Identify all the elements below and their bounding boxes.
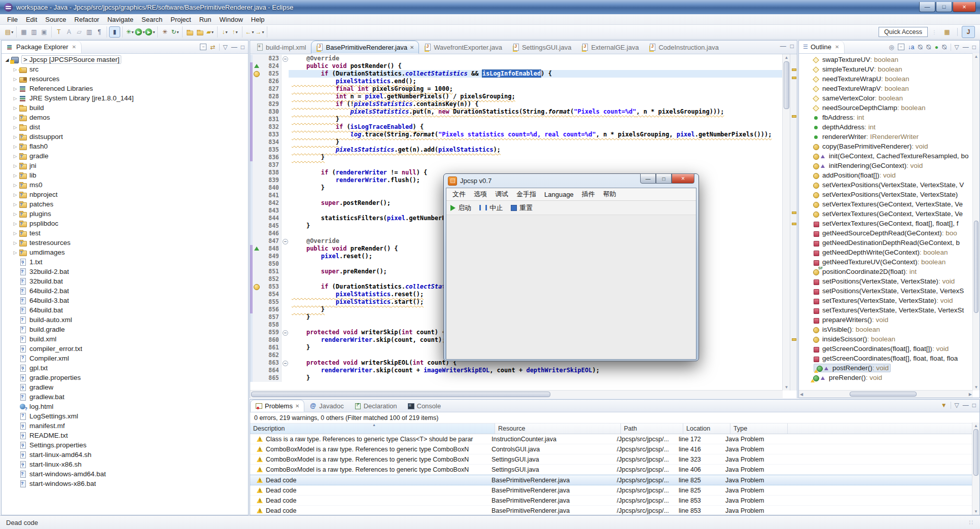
back-icon[interactable]: ←▾ bbox=[244, 27, 255, 37]
tree-item-32build-2-bat[interactable]: 32build-2.bat bbox=[2, 267, 248, 276]
quick-access-box[interactable]: Quick Access bbox=[879, 27, 928, 37]
tree-item-logsettings-xml[interactable]: LogSettings.xml bbox=[2, 411, 248, 421]
expand-arrow-icon[interactable]: ▷ bbox=[12, 173, 19, 178]
jpcsp-pause-button[interactable]: 中止 bbox=[479, 203, 503, 213]
expand-arrow-icon[interactable]: ▷ bbox=[12, 115, 19, 120]
outline-item-needtexturewrapu[interactable]: needTextureWrapU : boolean bbox=[799, 74, 979, 84]
hide-non-public-icon[interactable]: ● bbox=[935, 44, 938, 50]
tree-item-1-txt[interactable]: 1.txt bbox=[2, 257, 248, 267]
outline-item-needsourcedepthclamp[interactable]: needSourceDepthClamp : boolean bbox=[799, 103, 979, 113]
outline-item-initrendering-gecontext-[interactable]: initRendering(GeContext) : void bbox=[799, 161, 979, 170]
view-menu-icon[interactable]: ▽ bbox=[223, 44, 228, 50]
column-header-type[interactable]: Type bbox=[730, 424, 788, 434]
expand-arrow-icon[interactable]: ▷ bbox=[12, 202, 19, 207]
code-text[interactable]: if (!pixelsStatistics.containsKey(n)) { bbox=[289, 100, 783, 108]
run-icon[interactable]: ▶▾ bbox=[135, 27, 145, 37]
tree-item--jpcsp-jpcspsource-master-[interactable]: ◢> Jpcsp [JPCSPSource master] bbox=[2, 55, 248, 64]
code-text[interactable]: } bbox=[289, 116, 783, 123]
minimize-icon[interactable]: — bbox=[963, 402, 969, 408]
code-text[interactable]: if (DurationStatistics.collectStatistics… bbox=[289, 70, 783, 78]
jpcsp-minimize-button[interactable]: — bbox=[640, 173, 656, 184]
outline-item-samevertexcolor[interactable]: sameVertexColor : boolean bbox=[799, 93, 979, 103]
code-text[interactable]: pixelStatistics.end(); bbox=[289, 78, 783, 85]
code-text[interactable]: final int pixelsGrouping = 1000; bbox=[289, 85, 783, 93]
tree-item-readme-txt[interactable]: README.txt bbox=[2, 431, 248, 440]
outline-item-init-gecontext-cachedtextureresampled-bo[interactable]: init(GeContext, CachedTextureResampled, … bbox=[799, 151, 979, 161]
last-edit-icon[interactable]: ↑▾ bbox=[230, 27, 240, 37]
tree-item-plugins[interactable]: ▷plugins bbox=[2, 209, 248, 219]
open-type-icon[interactable]: T bbox=[54, 27, 64, 37]
editor-tab-baseprimitiverenderer-java[interactable]: BasePrimitiveRenderer.java✕ bbox=[311, 41, 419, 54]
tree-item-lib[interactable]: ▷lib bbox=[2, 170, 248, 180]
tree-item-64build-2-bat[interactable]: 64build-2.bat bbox=[2, 286, 248, 296]
tree-item-settings-properties[interactable]: Settings.properties bbox=[2, 440, 248, 450]
problem-row[interactable]: ComboBoxModel is a raw type. References … bbox=[250, 465, 979, 475]
tree-item-start-windows-x86-bat[interactable]: start-windows-x86.bat bbox=[2, 479, 248, 488]
forward-icon[interactable]: →▾ bbox=[255, 27, 265, 37]
tree-item-gpl-txt[interactable]: gpl.txt bbox=[2, 363, 248, 373]
outline-item-addposition-float-[interactable]: addPosition(float[]) : void bbox=[799, 170, 979, 180]
code-text[interactable]: pixelsStatistics.get(n).add(pixelStatist… bbox=[289, 146, 783, 154]
jpcsp-menu-item[interactable]: 选项 bbox=[470, 189, 491, 200]
code-line-864[interactable]: 864 rendererWriter.skip(count + imageWri… bbox=[250, 367, 783, 374]
hide-local-types-icon[interactable]: ⦰ bbox=[942, 44, 947, 50]
outline-item-getscreencoordinates-float-float-[interactable]: getScreenCoordinates(float[], float[]) :… bbox=[799, 344, 979, 354]
tree-item-jni[interactable]: ▷jni bbox=[2, 161, 248, 170]
column-header-description[interactable]: ▲Description bbox=[250, 424, 495, 434]
code-text[interactable]: rendererWriter.skip(count + imageWriterS… bbox=[289, 367, 783, 374]
column-header-resource[interactable]: Resource bbox=[495, 424, 621, 434]
maximize-icon[interactable]: □ bbox=[972, 402, 976, 408]
snippet-icon[interactable]: ▱ bbox=[74, 27, 84, 37]
outline-item-setvertexpositions-vertexstate-vertexstate-[interactable]: setVertexPositions(VertexState, VertexSt… bbox=[799, 190, 979, 199]
code-text[interactable]: pixelsStatistics.put(n, new DurationStat… bbox=[289, 108, 783, 116]
tree-item-src[interactable]: ▷src bbox=[2, 64, 248, 74]
save-icon[interactable]: ▦ bbox=[19, 27, 29, 37]
save-all-icon[interactable]: ▥ bbox=[29, 27, 39, 37]
show-whitespace-icon[interactable]: ¶ bbox=[94, 27, 104, 37]
tree-item-log-html[interactable]: log.html bbox=[2, 402, 248, 411]
outline-item-fbaddress[interactable]: fbAddress : int bbox=[799, 113, 979, 122]
tree-item-flash0[interactable]: ▷flash0 bbox=[2, 142, 248, 151]
tree-item-start-linux-amd64-sh[interactable]: start-linux-amd64.sh bbox=[2, 450, 248, 460]
maximize-icon[interactable]: □ bbox=[241, 44, 244, 50]
ant-build-icon[interactable]: ✳ bbox=[160, 27, 170, 37]
minimize-window-button[interactable]: — bbox=[919, 2, 935, 12]
view-menu-icon[interactable]: ▽ bbox=[955, 44, 959, 50]
outline-item-getneedtextureuv-gecontext-[interactable]: getNeedTextureUV(GeContext) : boolean bbox=[799, 257, 979, 267]
outline-item-isvisible-[interactable]: isVisible() : boolean bbox=[799, 325, 979, 334]
outline-item-postrender-[interactable]: postRender() : void bbox=[799, 363, 979, 373]
tree-item-manifest-mf[interactable]: manifest.mf bbox=[2, 421, 248, 431]
code-line-826[interactable]: 826 pixelStatistics.end(); bbox=[250, 78, 783, 85]
outline-item-setvertextextures-gecontext-vertexstate-ve[interactable]: setVertexTextures(GeContext, VertexState… bbox=[799, 199, 979, 209]
code-text[interactable]: } bbox=[289, 154, 783, 161]
java-perspective-icon[interactable]: J bbox=[962, 26, 975, 38]
tree-item-32build-bat[interactable]: 32build.bat bbox=[2, 276, 248, 286]
code-line-834[interactable]: 834 } bbox=[250, 138, 783, 146]
tree-item-build-gradle[interactable]: build.gradle bbox=[2, 325, 248, 334]
tree-item-ms0[interactable]: ▷ms0 bbox=[2, 180, 248, 190]
debug-icon[interactable]: ✳▾ bbox=[125, 27, 135, 37]
bottom-tab-console[interactable]: Console bbox=[402, 400, 446, 412]
tree-item-build-auto-xml[interactable]: build-auto.xml bbox=[2, 315, 248, 325]
code-line-836[interactable]: 836 } bbox=[250, 154, 783, 161]
menu-file[interactable]: File bbox=[3, 15, 22, 24]
import-icon[interactable] bbox=[195, 27, 205, 37]
tree-item-referenced-libraries[interactable]: ▷Referenced Libraries bbox=[2, 84, 248, 93]
code-line-835[interactable]: 835 pixelsStatistics.get(n).add(pixelSta… bbox=[250, 146, 783, 154]
tree-item-compiler-error-txt[interactable]: compiler_error.txt bbox=[2, 344, 248, 354]
collapse-arrow-icon[interactable]: ◢ bbox=[4, 57, 11, 62]
expand-arrow-icon[interactable]: ▷ bbox=[12, 96, 19, 101]
expand-arrow-icon[interactable]: ▷ bbox=[12, 211, 19, 217]
expand-arrow-icon[interactable]: ▷ bbox=[12, 183, 19, 188]
overview-ruler[interactable] bbox=[790, 54, 797, 391]
tree-item-64build-3-bat[interactable]: 64build-3.bat bbox=[2, 296, 248, 305]
outline-item-insidescissor-[interactable]: insideScissor() : boolean bbox=[799, 334, 979, 344]
code-line-827[interactable]: 827 final int pixelsGrouping = 1000; bbox=[250, 85, 783, 93]
problem-row[interactable]: Dead codeBasePrimitiveRenderer.java/Jpcs… bbox=[250, 506, 979, 516]
outline-item-needtexturewrapv[interactable]: needTextureWrapV : boolean bbox=[799, 84, 979, 93]
annotate-icon[interactable]: ▰▾ bbox=[205, 27, 215, 37]
menu-edit[interactable]: Edit bbox=[22, 15, 41, 24]
tree-item-test[interactable]: ▷test bbox=[2, 228, 248, 238]
menu-source[interactable]: Source bbox=[41, 15, 70, 24]
outline-item-depthaddress[interactable]: depthAddress : int bbox=[799, 122, 979, 132]
